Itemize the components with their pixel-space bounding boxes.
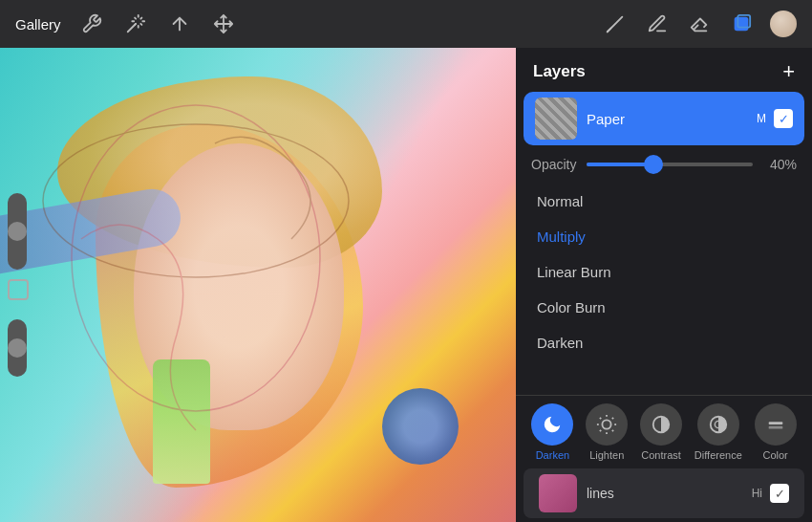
- blend-mode-color-burn[interactable]: Color Burn: [524, 290, 804, 325]
- lines-checkbox-check-icon: ✓: [775, 487, 785, 501]
- wrench-icon[interactable]: [78, 11, 105, 37]
- svg-line-7: [600, 418, 601, 419]
- svg-rect-17: [768, 426, 782, 429]
- color-icon-circle: [755, 403, 797, 446]
- svg-rect-16: [768, 422, 782, 424]
- layers-icon[interactable]: [728, 11, 755, 37]
- mode-icon-color[interactable]: Color: [755, 403, 797, 461]
- layer-row-lines[interactable]: lines Hi ✓: [524, 468, 804, 518]
- svg-point-4: [603, 420, 611, 428]
- mode-icon-darken[interactable]: Darken: [531, 403, 573, 461]
- pen-icon[interactable]: [644, 11, 671, 37]
- svg-line-8: [612, 430, 613, 431]
- opacity-slider-left[interactable]: [8, 319, 27, 377]
- eraser-icon[interactable]: [686, 11, 713, 37]
- canvas-image: [0, 48, 516, 522]
- blend-mode-multiply[interactable]: Multiply: [524, 219, 804, 254]
- blend-mode-linear-burn[interactable]: Linear Burn: [524, 254, 804, 290]
- brush-icon[interactable]: [602, 11, 629, 37]
- user-avatar[interactable]: [770, 11, 797, 37]
- transform-icon[interactable]: [210, 11, 237, 37]
- layer-row-paper[interactable]: Paper M ✓: [524, 92, 804, 145]
- opacity-label: Opacity: [531, 157, 587, 172]
- lighten-icon-circle: [586, 403, 628, 446]
- magic-wand-icon[interactable]: [122, 11, 149, 37]
- gallery-button[interactable]: Gallery: [15, 16, 61, 33]
- layers-add-button[interactable]: +: [782, 61, 795, 82]
- left-controls: [8, 193, 29, 377]
- mode-icons-row: Darken Lighten: [516, 395, 812, 465]
- darken-icon-circle: [531, 403, 573, 446]
- layers-panel: Layers + Paper M ✓ Opacity 40% Normal: [516, 48, 812, 522]
- canvas-area[interactable]: [0, 48, 516, 522]
- opacity-slider-thumb[interactable]: [644, 155, 663, 174]
- difference-label: Difference: [694, 449, 742, 461]
- adjustments-icon[interactable]: [166, 11, 193, 37]
- blend-mode-normal[interactable]: Normal: [524, 184, 804, 219]
- mode-icon-lighten[interactable]: Lighten: [586, 403, 628, 461]
- svg-line-12: [612, 418, 613, 419]
- color-square[interactable]: [8, 279, 29, 300]
- darken-label: Darken: [536, 449, 569, 461]
- mode-icon-contrast[interactable]: Contrast: [640, 403, 682, 461]
- color-label: Color: [762, 449, 787, 461]
- toolbar-right: [602, 11, 797, 37]
- toolbar-left: Gallery: [15, 11, 237, 37]
- mode-icon-difference[interactable]: Difference: [694, 403, 742, 461]
- blend-mode-darken[interactable]: Darken: [524, 325, 804, 360]
- layers-header: Layers +: [516, 48, 812, 92]
- layer-visibility-checkbox[interactable]: ✓: [774, 109, 793, 128]
- lines-layer-name: lines: [577, 486, 752, 501]
- lines-layer-checkbox[interactable]: ✓: [770, 484, 789, 503]
- svg-line-11: [600, 430, 601, 431]
- svg-point-3: [43, 124, 349, 277]
- lines-layer-badge: Hi: [752, 487, 762, 500]
- lines-layer-thumbnail: [539, 474, 577, 512]
- main-content: Layers + Paper M ✓ Opacity 40% Normal: [0, 48, 812, 522]
- blend-mode-list: Normal Multiply Linear Burn Color Burn D…: [516, 184, 812, 395]
- opacity-value: 40%: [762, 157, 797, 172]
- layer-mode-badge: M: [757, 112, 766, 125]
- difference-icon-circle: [697, 403, 739, 446]
- opacity-row: Opacity 40%: [516, 153, 812, 184]
- layer-name: Paper: [577, 111, 757, 127]
- toolbar: Gallery: [0, 0, 812, 48]
- opacity-slider-track[interactable]: [587, 163, 753, 166]
- size-slider[interactable]: [8, 193, 27, 270]
- contrast-icon-circle: [640, 403, 682, 446]
- layers-title: Layers: [533, 62, 586, 81]
- svg-point-2: [72, 105, 320, 411]
- lighten-label: Lighten: [589, 449, 624, 461]
- checkbox-check-icon: ✓: [779, 112, 789, 126]
- contrast-label: Contrast: [641, 449, 681, 461]
- layer-thumbnail: [535, 98, 577, 140]
